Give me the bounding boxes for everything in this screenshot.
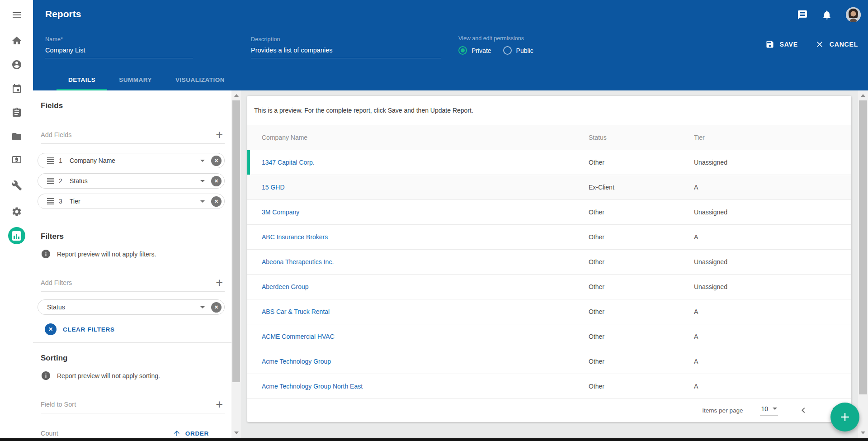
remove-field-icon[interactable]: ✕ [211, 196, 222, 207]
chevron-down-icon[interactable] [200, 180, 205, 182]
field-name: Status [70, 177, 200, 185]
add-fab-button[interactable] [830, 403, 859, 432]
order-button[interactable]: ORDER [173, 429, 209, 437]
main-scrollbar[interactable] [858, 90, 868, 438]
notifications-bell-icon[interactable] [821, 9, 832, 20]
table-row[interactable]: ABS Car & Truck Rental Other A [247, 299, 851, 324]
scroll-down-arrow-icon[interactable] [861, 432, 865, 434]
table-row[interactable]: Aberdeen Group Other Unassigned [247, 275, 851, 299]
field-pill-tier[interactable]: 3 Tier ✕ [38, 194, 225, 209]
tab-bar: DETAILS SUMMARY VISUALIZATION [57, 69, 236, 90]
folder-icon[interactable] [11, 131, 22, 142]
company-link[interactable]: 3M Company [262, 209, 589, 216]
add-fields-plus-icon[interactable]: + [216, 130, 223, 139]
tab-visualization[interactable]: VISUALIZATION [164, 69, 236, 90]
table-row[interactable]: Acme Technology Group Other A [247, 349, 851, 374]
status-cell: Other [589, 283, 694, 290]
drag-handle-icon[interactable] [47, 178, 54, 184]
field-to-sort-picker[interactable]: Field to Sort + [41, 395, 225, 413]
scroll-up-arrow-icon[interactable] [234, 94, 239, 97]
column-header-status[interactable]: Status [589, 134, 694, 141]
company-link[interactable]: ACME Commercial HVAC [262, 333, 589, 340]
column-header-tier[interactable]: Tier [694, 134, 851, 141]
wrench-icon[interactable] [11, 180, 22, 191]
filter-pill-status[interactable]: Status ✕ [38, 299, 225, 315]
table-row[interactable]: ABC Insurance Brokers Other A [247, 225, 851, 250]
home-icon[interactable] [11, 35, 22, 46]
chevron-down-icon[interactable] [200, 306, 205, 308]
scroll-down-arrow-icon[interactable] [234, 432, 239, 434]
scroll-up-arrow-icon[interactable] [861, 94, 865, 97]
sorting-note: Report preview will not apply sorting. [57, 372, 160, 379]
radio-public[interactable]: Public [503, 46, 533, 55]
table-row[interactable]: 1347 Capital Corp. Other Unassigned [247, 150, 851, 175]
panel-scrollbar[interactable] [231, 90, 241, 438]
gear-icon[interactable] [11, 206, 22, 217]
table-row[interactable]: Abeona Therapeutics Inc. Other Unassigne… [247, 250, 851, 275]
scrollbar-thumb[interactable] [859, 100, 867, 394]
tier-cell: Unassigned [694, 209, 851, 216]
tier-cell: A [694, 383, 851, 390]
clear-filters-button[interactable]: ✕ CLEAR FILTERS [45, 322, 115, 337]
company-link[interactable]: Aberdeen Group [262, 283, 589, 290]
table-row[interactable]: 3M Company Other Unassigned [247, 200, 851, 225]
tab-details[interactable]: DETAILS [57, 69, 107, 90]
field-pill-company-name[interactable]: 1 Company Name ✕ [38, 153, 225, 168]
cancel-button[interactable]: CANCEL [815, 40, 858, 49]
table-row[interactable]: ACME Commercial HVAC Other A [247, 324, 851, 349]
billing-dollar-icon[interactable] [11, 154, 22, 165]
remove-field-icon[interactable]: ✕ [211, 156, 222, 166]
add-filters-plus-icon[interactable]: + [216, 278, 223, 287]
company-link[interactable]: ABS Car & Truck Rental [262, 308, 589, 315]
tasks-clipboard-icon[interactable] [11, 107, 22, 118]
hamburger-menu-icon[interactable] [11, 9, 22, 20]
chevron-down-icon[interactable] [200, 160, 205, 162]
tab-summary[interactable]: SUMMARY [107, 69, 164, 90]
tier-cell: A [694, 184, 851, 191]
reports-active-icon[interactable] [8, 227, 25, 244]
page-header: Reports Name* Company List Description P… [33, 0, 868, 90]
add-fields-picker[interactable]: Add Fields + [41, 126, 225, 144]
previous-page-button[interactable] [798, 405, 809, 416]
items-per-page-select[interactable]: 10 [760, 405, 778, 416]
drag-handle-icon[interactable] [47, 157, 54, 164]
user-avatar[interactable] [846, 7, 861, 22]
company-link[interactable]: Abeona Therapeutics Inc. [262, 258, 589, 266]
remove-field-icon[interactable]: ✕ [211, 176, 222, 186]
calendar-icon[interactable] [11, 84, 22, 95]
table-row[interactable]: 15 GHD Ex-Client A [247, 175, 851, 200]
column-header-company[interactable]: Company Name [262, 134, 589, 141]
field-order: 3 [59, 198, 67, 205]
account-icon[interactable] [11, 59, 22, 70]
description-field-label: Description [251, 36, 441, 43]
field-to-sort-plus-icon[interactable]: + [216, 400, 223, 409]
company-link[interactable]: 15 GHD [262, 184, 589, 191]
save-button[interactable]: SAVE [765, 40, 798, 49]
status-cell: Other [589, 209, 694, 216]
name-field[interactable]: Name* Company List [45, 36, 193, 58]
name-field-value[interactable]: Company List [45, 47, 193, 58]
status-cell: Ex-Client [589, 184, 694, 191]
company-link[interactable]: ABC Insurance Brokers [262, 233, 589, 241]
chat-icon[interactable] [797, 9, 808, 20]
chevron-down-icon[interactable] [200, 200, 205, 203]
scrollbar-thumb[interactable] [232, 100, 240, 382]
radio-private[interactable]: Private [458, 46, 491, 55]
description-field[interactable]: Description Provides a list of companies [251, 36, 441, 58]
status-cell: Other [589, 258, 694, 266]
company-link[interactable]: Acme Technology Group North East [262, 383, 589, 390]
description-field-value[interactable]: Provides a list of companies [251, 47, 441, 58]
permissions-group: View and edit permissions Private Public [458, 35, 533, 55]
company-link[interactable]: 1347 Capital Corp. [262, 159, 589, 166]
add-filters-picker[interactable]: Add Filters + [41, 274, 225, 292]
preview-note: This is a preview. For the complete repo… [247, 96, 851, 125]
field-order: 1 [59, 157, 67, 164]
clear-filters-x-icon: ✕ [45, 323, 57, 335]
field-pill-status[interactable]: 2 Status ✕ [38, 173, 225, 189]
company-link[interactable]: Acme Technology Group [262, 358, 589, 365]
table-header-row: Company Name Status Tier [247, 125, 851, 150]
remove-filter-icon[interactable]: ✕ [211, 302, 222, 313]
drag-handle-icon[interactable] [47, 198, 54, 204]
table-row[interactable]: Acme Technology Group North East Other A [247, 374, 851, 399]
chevron-down-icon [773, 408, 777, 410]
